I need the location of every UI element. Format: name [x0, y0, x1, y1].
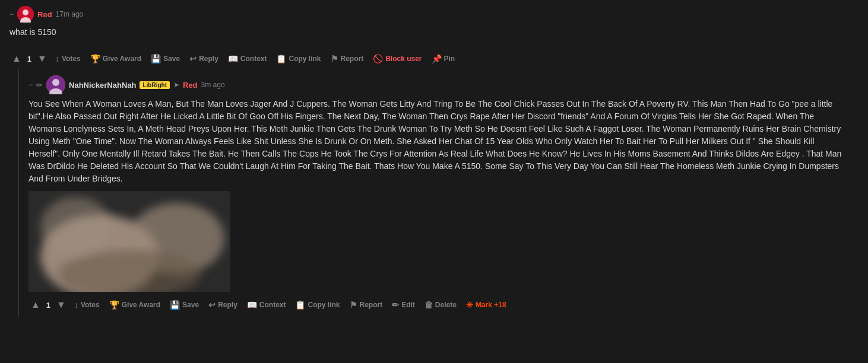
nested-save-icon: 💾: [170, 300, 180, 310]
votes-icon: ↕: [55, 54, 59, 63]
avatar: [17, 6, 34, 23]
nested-comment: − ✏ NahNickerNahNah LibRight ➤ Red 3m ag…: [18, 69, 868, 317]
nested-votes-button[interactable]: ↕ Votes: [71, 298, 103, 312]
flair-badge: LibRight: [140, 81, 170, 89]
nested-copy-icon: 📋: [295, 300, 305, 310]
downvote-button[interactable]: ▼: [35, 52, 49, 66]
save-button[interactable]: 💾 Save: [147, 52, 183, 66]
give-award-button[interactable]: 🏆 Give Award: [87, 52, 145, 66]
block-user-button[interactable]: 🚫 Block user: [369, 52, 425, 66]
pencil-icon: ✏: [36, 81, 43, 90]
nested-collapse-icon[interactable]: −: [28, 81, 33, 89]
nested-delete-icon: 🗑: [425, 300, 433, 310]
nested-context-icon: 📖: [247, 300, 257, 310]
nested-mark-icon: ✳: [466, 300, 473, 310]
nested-vote-count: 1: [45, 301, 52, 310]
vote-count: 1: [26, 55, 33, 63]
block-icon: 🚫: [373, 54, 383, 63]
award-icon: 🏆: [90, 54, 100, 63]
svg-point-1: [23, 9, 28, 15]
nested-avatar: [46, 75, 65, 94]
outer-comment: − Red 17m ago what is 5150: [0, 0, 868, 48]
outer-username[interactable]: Red: [37, 10, 52, 19]
nested-downvote-button[interactable]: ▼: [54, 298, 68, 312]
nested-context-button[interactable]: 📖 Context: [243, 298, 290, 312]
nested-votes-icon: ↕: [74, 300, 78, 310]
context-button[interactable]: 📖 Context: [224, 52, 271, 66]
reply-button[interactable]: ↩ Reply: [186, 52, 222, 66]
copy-link-button[interactable]: 📋 Copy link: [273, 52, 324, 66]
outer-comment-header: − Red 17m ago: [9, 6, 859, 23]
save-icon: 💾: [151, 54, 161, 63]
nested-delete-button[interactable]: 🗑 Delete: [421, 298, 460, 312]
nested-copy-link-button[interactable]: 📋 Copy link: [292, 298, 343, 312]
outer-action-bar: ▲ 1 ▼ ↕ Votes 🏆 Give Award 💾 Save ↩ Repl…: [0, 48, 868, 69]
nested-comment-header: − ✏ NahNickerNahNah LibRight ➤ Red 3m ag…: [28, 75, 868, 94]
outer-timestamp: 17m ago: [56, 10, 84, 18]
report-icon: ⚑: [331, 54, 338, 63]
nested-edit-button[interactable]: ✏ Edit: [388, 298, 419, 312]
report-button[interactable]: ⚑ Report: [327, 52, 368, 66]
svg-point-4: [52, 79, 59, 86]
nested-timestamp: 3m ago: [201, 81, 225, 89]
nested-upvote-button[interactable]: ▲: [28, 298, 43, 312]
reply-arrow-icon: ➤: [173, 81, 179, 89]
context-icon: 📖: [228, 54, 238, 63]
nested-save-button[interactable]: 💾 Save: [166, 298, 202, 312]
nested-mark-button[interactable]: ✳ Mark +18: [462, 298, 510, 312]
nested-username[interactable]: NahNickerNahNah: [69, 81, 136, 90]
nested-comment-text: You See When A Woman Loves A Man, But Th…: [28, 98, 848, 185]
nested-report-icon: ⚑: [350, 300, 357, 310]
pin-button[interactable]: 📌 Pin: [428, 52, 459, 66]
pin-icon: 📌: [432, 54, 442, 63]
svg-point-10: [40, 197, 112, 256]
nested-action-bar: ▲ 1 ▼ ↕ Votes 🏆 Give Award 💾 Save ↩ Repl…: [28, 298, 868, 312]
reply-to-user[interactable]: Red: [183, 81, 198, 90]
nested-give-award-button[interactable]: 🏆 Give Award: [106, 298, 164, 312]
content-image: [28, 191, 230, 292]
nested-reply-button[interactable]: ↩ Reply: [205, 298, 241, 312]
nested-award-icon: 🏆: [109, 300, 119, 310]
reply-icon: ↩: [189, 54, 197, 63]
outer-comment-text: what is 5150: [9, 26, 829, 39]
collapse-icon[interactable]: −: [9, 10, 14, 18]
nested-edit-icon: ✏: [392, 300, 399, 310]
nested-reply-icon: ↩: [208, 300, 216, 310]
votes-button[interactable]: ↕ Votes: [52, 52, 84, 66]
nested-report-button[interactable]: ⚑ Report: [346, 298, 387, 312]
copy-icon: 📋: [276, 54, 286, 63]
upvote-button[interactable]: ▲: [9, 52, 24, 66]
